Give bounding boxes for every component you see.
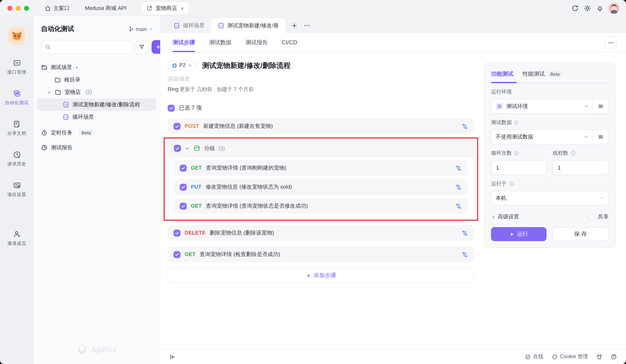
step-checkbox[interactable] [173,251,181,258]
rail-item-invite-members[interactable]: 邀请成员 [7,230,26,247]
run-env-select[interactable]: 测 测试环境 [491,99,609,114]
search-input[interactable] [53,43,128,50]
tree-label: 宠物店 [65,89,81,96]
share-label: 共享 [598,213,609,221]
step-checkbox[interactable] [180,165,187,171]
new-tab-plus-icon[interactable] [291,22,298,29]
petstore-window-tab[interactable]: 宠物商店 × [142,2,189,14]
test-step-row[interactable]: GET 查询宠物详情 (查询宠物状态是否修改成功) [174,198,468,214]
info-icon [570,150,576,156]
project-logo[interactable] [8,27,25,45]
description-placeholder[interactable]: 添加描述 [168,75,474,84]
step-checkbox[interactable] [180,202,187,209]
subtab-cicd[interactable]: CI/CD [282,33,297,52]
step-group-header[interactable]: 分组 (3) [168,140,474,157]
subtab-test-steps[interactable]: 测试步骤 [173,33,195,52]
tree-item-selected-scenario[interactable]: TS 测试宠物新建/修改/删除流程 [37,99,156,111]
rail-item-automated-testing[interactable]: 自动化测试 [5,89,29,106]
panel-tab-functional-test[interactable]: 功能测试 [491,70,513,78]
add-step-button[interactable]: 添加步骤 [168,268,474,283]
rail-item-api-management[interactable]: 接口管理 [7,59,26,75]
close-tab-icon[interactable]: × [181,5,184,11]
extract-flow-icon[interactable] [455,165,462,171]
priority-select[interactable]: P2 [168,60,197,71]
cookie-manager[interactable]: Cookie 管理 [552,353,588,360]
subtab-test-report[interactable]: 测试报告 [245,33,268,52]
online-status[interactable]: 在线 [525,353,544,360]
close-window-button[interactable] [7,6,12,11]
loops-label: 循环次数 [491,149,547,157]
notifications-bell-icon[interactable] [596,4,604,12]
extract-flow-icon[interactable] [455,202,462,209]
rail-item-project-settings[interactable]: 项目设置 [7,181,26,198]
chevron-down-icon [47,90,51,95]
minimize-window-button[interactable] [16,6,21,11]
extract-flow-icon[interactable] [461,251,468,258]
home-window-tab[interactable]: 主窗口 [45,4,70,12]
step-checkbox[interactable] [180,183,187,191]
select-all-checkbox[interactable] [168,104,175,111]
panel-tab-performance-test[interactable]: 性能测试 Beta [522,70,562,78]
tree-item-loop-scenario[interactable]: TS 循环场景 [34,111,160,123]
tree-group-test-scenarios[interactable]: TS 测试场景 [34,61,160,74]
more-actions-button[interactable] [604,36,617,49]
tree-item-scheduled-tasks[interactable]: 定时任务 Beta [34,127,160,139]
help-icon[interactable] [611,354,617,360]
subtab-test-data[interactable]: 测试数据 [209,33,232,52]
test-step-row[interactable]: POST 新建宠物信息 (新建在售宠物) [168,118,474,134]
save-button[interactable]: 保 存 [552,227,609,241]
merch-tshirt-icon[interactable] [596,354,602,360]
http-method-label: DELETE [185,230,206,236]
branch-selector[interactable]: main [129,26,153,32]
tree-item-test-reports[interactable]: 测试报告 [34,141,160,154]
filter-button[interactable] [135,40,149,54]
run-on-select[interactable]: 本机 [491,191,609,206]
apifox-watermark-text: Apifox [91,345,117,354]
project-window-tab[interactable]: Medusa 商城 API [85,4,126,12]
step-name: 修改宠物信息 (修改宠物状态为 sold) [206,183,451,191]
tab-loop-scenario[interactable]: TS 循环场景 [167,18,211,33]
group-checkbox[interactable] [174,145,181,152]
rail-item-share-docs[interactable]: 分享文档 [7,120,26,136]
sync-icon[interactable] [571,4,579,12]
run-button-label: 运行 [517,231,528,238]
svg-text:TS: TS [43,67,46,69]
extract-flow-icon[interactable] [461,123,468,130]
test-data-select[interactable]: 不使用测试数据 [491,130,609,144]
search-icon [45,44,51,50]
test-step-row[interactable]: GET 查询宠物详情 (查询刚刚建的宠物) [174,160,468,176]
rail-label: 自动化测试 [5,100,29,106]
extract-flow-icon[interactable] [455,183,462,191]
step-name: 查询宠物详情 (查询刚刚建的宠物) [206,164,451,172]
tab-active-scenario[interactable]: TS 测试宠物新建/修改/册 [211,18,285,33]
step-checkbox[interactable] [173,229,181,236]
loops-input[interactable] [491,160,547,175]
tree-label: 定时任务 [51,129,73,136]
extract-flow-icon[interactable] [461,229,468,236]
rail-item-request-history[interactable]: 请求历史 [7,151,26,167]
priority-value: P2 [179,63,186,68]
run-button[interactable]: 运行 [491,227,547,241]
project-tab-label: Medusa 商城 API [85,4,126,12]
step-checkbox[interactable] [173,123,181,130]
test-step-row[interactable]: PUT 修改宠物信息 (修改宠物状态为 sold) [174,179,468,195]
zoom-window-button[interactable] [24,6,29,11]
test-step-row[interactable]: GET 查询宠物详情 (检查删除是否成功) [168,247,474,262]
meta-author: Ring [168,86,178,92]
tree-folder-root[interactable]: 根目录 [34,74,160,86]
tree-label: 测试场景 [50,64,72,71]
user-avatar[interactable] [609,3,619,14]
tree-folder-petshop[interactable]: 宠物店 (2) [34,86,160,99]
share-checkbox[interactable] [589,214,595,220]
chevron-down-icon [149,27,153,32]
advanced-settings-toggle[interactable]: 高级设置 [491,213,519,221]
folder-icon [55,89,61,96]
collapse-sidebar-icon[interactable] [169,353,176,360]
test-step-row[interactable]: DELETE 删除宠物信息 (删除该宠物) [168,225,474,241]
chevron-down-icon[interactable] [185,146,190,151]
env-manage-icon[interactable] [592,99,608,113]
settings-gear-icon[interactable] [584,4,591,12]
test-data-manage-icon[interactable] [592,130,608,144]
tab-overflow-ellipsis-icon[interactable] [304,22,311,29]
threads-input[interactable] [553,160,609,175]
